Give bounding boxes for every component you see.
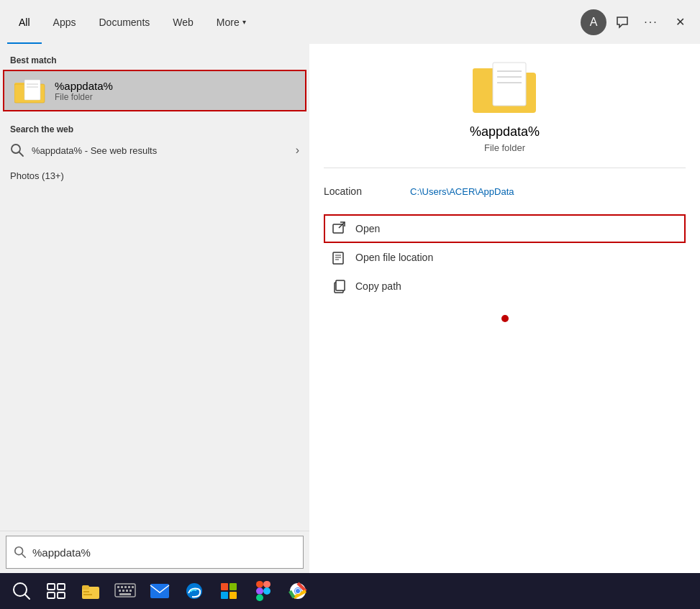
svg-rect-36 xyxy=(121,586,123,588)
user-avatar-button[interactable]: A xyxy=(581,9,606,35)
svg-rect-28 xyxy=(47,592,55,598)
more-options-button[interactable]: ··· xyxy=(638,9,664,35)
taskbar-chrome-item[interactable] xyxy=(282,575,314,607)
best-match-item[interactable]: %appdata% File folder xyxy=(3,70,306,111)
taskbar-search-item[interactable] xyxy=(6,575,37,607)
svg-rect-39 xyxy=(132,586,134,588)
svg-rect-29 xyxy=(58,592,65,598)
taskbar-taskview-item[interactable] xyxy=(40,575,72,607)
actions-section: Open Open file location xyxy=(324,214,686,301)
web-search-text: %appdata% - See web results xyxy=(32,145,296,156)
file-explorer-icon xyxy=(81,581,101,601)
svg-line-7 xyxy=(19,152,23,156)
nav-tabs: All Apps Documents Web More ▾ xyxy=(7,0,581,44)
svg-rect-41 xyxy=(122,590,124,592)
svg-rect-23 xyxy=(336,280,345,290)
svg-rect-48 xyxy=(229,583,237,590)
search-window: All Apps Documents Web More ▾ A xyxy=(0,0,700,609)
taskbar-store-item[interactable] xyxy=(213,575,245,607)
best-match-type: File folder xyxy=(55,92,113,102)
feedback-button[interactable] xyxy=(609,9,635,35)
svg-point-8 xyxy=(15,547,23,555)
open-file-location-action-item[interactable]: Open file location xyxy=(324,243,686,272)
chrome-icon xyxy=(288,582,307,600)
tab-all[interactable]: All xyxy=(7,0,42,44)
result-name: %appdata% xyxy=(470,124,540,139)
left-content: Best match %appdata% File folder xyxy=(0,44,309,531)
result-folder-icon xyxy=(473,58,537,116)
svg-rect-49 xyxy=(221,592,228,599)
web-search-arrow-icon: › xyxy=(296,144,299,157)
svg-rect-45 xyxy=(150,584,169,598)
best-match-info: %appdata% File folder xyxy=(55,80,113,102)
keyboard-icon xyxy=(114,583,136,599)
figma-icon xyxy=(256,581,271,601)
svg-rect-33 xyxy=(83,594,92,595)
location-row: Location C:\Users\ACER\AppData xyxy=(324,180,686,203)
top-nav: All Apps Documents Web More ▾ A xyxy=(0,0,700,44)
svg-line-17 xyxy=(339,222,345,228)
taskbar-mail-item[interactable] xyxy=(144,575,176,607)
search-input[interactable] xyxy=(32,546,296,559)
taskbar xyxy=(0,573,700,609)
svg-rect-44 xyxy=(119,593,131,595)
red-dot-indicator xyxy=(501,315,509,322)
feedback-icon xyxy=(616,16,629,29)
svg-rect-12 xyxy=(493,63,526,106)
svg-rect-37 xyxy=(124,586,127,588)
result-detail: %appdata% File folder xyxy=(324,58,686,168)
best-match-name: %appdata% xyxy=(55,80,113,92)
search-bar-icon xyxy=(14,546,27,559)
taskview-icon xyxy=(46,581,66,601)
svg-rect-32 xyxy=(83,591,89,592)
result-type: File folder xyxy=(484,142,525,153)
main-content: Best match %appdata% File folder xyxy=(0,44,700,573)
copy-path-action-item[interactable]: Copy path xyxy=(324,272,686,301)
mail-icon xyxy=(150,583,170,599)
open-file-location-label: Open file location xyxy=(355,252,433,263)
taskbar-figma-item[interactable] xyxy=(247,575,279,607)
open-action-item[interactable]: Open xyxy=(324,214,686,243)
tab-web[interactable]: Web xyxy=(161,0,205,44)
nav-actions: A ··· ✕ xyxy=(581,0,693,44)
svg-point-55 xyxy=(263,587,271,595)
svg-rect-54 xyxy=(256,595,263,601)
svg-line-25 xyxy=(25,595,29,599)
tab-documents[interactable]: Documents xyxy=(87,0,161,44)
svg-rect-53 xyxy=(256,587,263,594)
svg-rect-40 xyxy=(119,590,121,592)
tab-more[interactable]: More ▾ xyxy=(205,0,258,44)
taskbar-file-explorer-item[interactable] xyxy=(75,575,106,607)
svg-rect-47 xyxy=(221,583,228,590)
edge-icon xyxy=(185,582,204,600)
location-path-link[interactable]: C:\Users\ACER\AppData xyxy=(410,186,514,197)
search-icon xyxy=(10,143,24,157)
right-panel: %appdata% File folder Location C:\Users\… xyxy=(309,44,700,573)
best-match-label: Best match xyxy=(0,50,309,68)
svg-rect-27 xyxy=(58,584,65,590)
search-bar-container xyxy=(0,531,309,573)
web-search-item[interactable]: %appdata% - See web results › xyxy=(0,137,309,163)
photos-section-item[interactable]: Photos (13+) xyxy=(0,163,309,188)
photos-label: Photos (13+) xyxy=(10,170,64,181)
taskbar-keyboard-item[interactable] xyxy=(109,575,141,607)
svg-line-9 xyxy=(22,554,26,558)
svg-point-6 xyxy=(12,145,20,153)
svg-point-59 xyxy=(296,589,300,593)
svg-rect-31 xyxy=(82,585,89,590)
svg-rect-26 xyxy=(47,584,55,590)
svg-rect-42 xyxy=(126,590,128,592)
open-icon xyxy=(332,221,347,236)
svg-rect-52 xyxy=(263,581,271,587)
close-button[interactable]: ✕ xyxy=(667,9,693,35)
svg-rect-43 xyxy=(129,590,132,592)
svg-rect-3 xyxy=(24,80,40,100)
taskbar-edge-item[interactable] xyxy=(178,575,210,607)
svg-rect-50 xyxy=(229,592,237,599)
svg-rect-51 xyxy=(256,581,263,587)
ellipsis-icon: ··· xyxy=(644,16,658,29)
tab-apps[interactable]: Apps xyxy=(42,0,88,44)
close-icon: ✕ xyxy=(676,15,685,29)
copy-icon xyxy=(332,279,347,293)
left-panel: Best match %appdata% File folder xyxy=(0,44,309,573)
